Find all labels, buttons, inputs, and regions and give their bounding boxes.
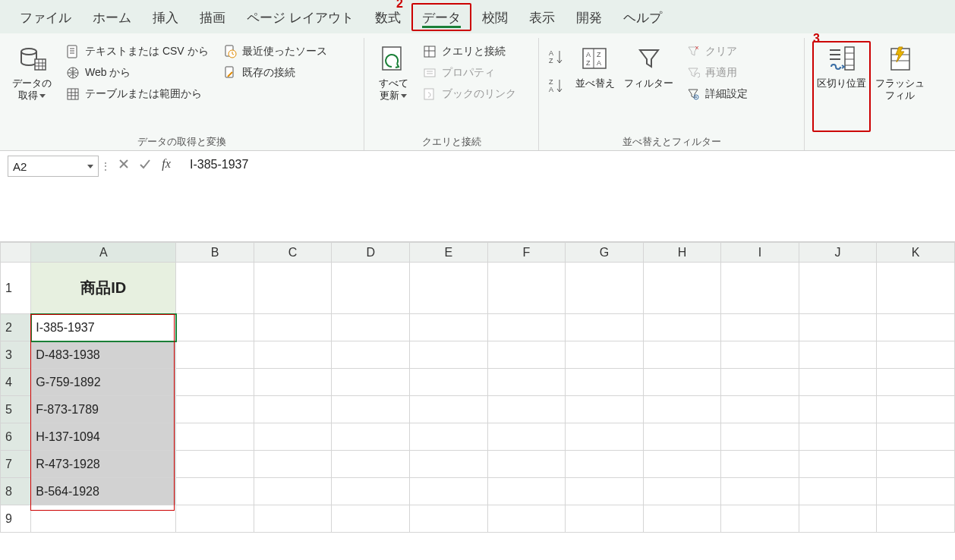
cell[interactable]	[566, 396, 644, 423]
cell[interactable]	[254, 423, 332, 451]
cell[interactable]	[799, 396, 877, 423]
filter-button[interactable]: フィルター	[619, 41, 678, 91]
row-header[interactable]: 1	[1, 263, 31, 314]
book-links-button[interactable]: ブックのリンク	[418, 83, 521, 105]
cell[interactable]	[799, 451, 877, 478]
cell[interactable]	[487, 341, 566, 369]
cell[interactable]	[877, 396, 955, 423]
from-web-button[interactable]: Web から	[61, 62, 213, 83]
cell[interactable]	[643, 478, 721, 505]
column-header[interactable]: C	[254, 243, 332, 263]
cell[interactable]	[487, 396, 566, 423]
cell[interactable]	[176, 314, 254, 341]
cell[interactable]	[409, 505, 487, 533]
cell[interactable]	[254, 314, 332, 341]
properties-button[interactable]: プロパティ	[418, 62, 521, 83]
cell[interactable]	[643, 505, 721, 533]
refresh-all-button[interactable]: すべて 更新	[372, 41, 414, 104]
column-header[interactable]: F	[487, 243, 566, 263]
cell[interactable]	[721, 505, 799, 533]
cell[interactable]	[799, 341, 877, 369]
cell[interactable]	[487, 314, 566, 341]
cell[interactable]: R-473-1928	[31, 451, 176, 478]
cell[interactable]	[332, 505, 410, 533]
cell[interactable]	[409, 341, 487, 369]
column-header[interactable]: D	[332, 243, 410, 263]
cell[interactable]	[721, 396, 799, 423]
cell[interactable]	[721, 369, 799, 396]
tab-view[interactable]: 表示	[518, 3, 566, 31]
cell[interactable]	[721, 478, 799, 505]
flash-fill-button[interactable]: フラッシュ フィル	[871, 41, 929, 104]
cancel-formula-button[interactable]	[115, 156, 132, 172]
tab-data[interactable]: データ	[411, 3, 471, 31]
tab-review[interactable]: 校閲	[471, 3, 518, 31]
cell[interactable]	[332, 314, 410, 341]
cell[interactable]	[877, 478, 955, 505]
cell[interactable]	[487, 478, 566, 505]
row-header[interactable]: 9	[1, 505, 31, 533]
cell[interactable]	[566, 423, 644, 451]
column-header[interactable]: J	[799, 243, 877, 263]
insert-function-button[interactable]: fx	[158, 156, 175, 172]
cell[interactable]	[332, 341, 410, 369]
existing-connections-button[interactable]: 既存の接続	[218, 62, 332, 83]
cell[interactable]	[487, 505, 566, 533]
cell[interactable]: B-564-1928	[31, 478, 176, 505]
cell[interactable]	[409, 314, 487, 341]
sort-asc-icon[interactable]: AZ	[547, 47, 568, 68]
column-header[interactable]: K	[877, 243, 955, 263]
tab-developer[interactable]: 開発	[566, 3, 613, 31]
cell[interactable]	[877, 369, 955, 396]
cell[interactable]: I-385-1937	[31, 314, 176, 341]
column-header[interactable]: E	[409, 243, 487, 263]
column-header[interactable]: G	[566, 243, 644, 263]
cell[interactable]	[176, 263, 254, 314]
from-table-range-button[interactable]: テーブルまたは範囲から	[61, 83, 213, 105]
cell[interactable]	[799, 314, 877, 341]
cell[interactable]	[487, 369, 566, 396]
cell[interactable]	[332, 396, 410, 423]
cell[interactable]	[643, 451, 721, 478]
cell[interactable]	[799, 263, 877, 314]
cell[interactable]	[566, 451, 644, 478]
tab-page-layout[interactable]: ページ レイアウト	[236, 3, 364, 31]
recent-sources-button[interactable]: 最近使ったソース	[218, 41, 332, 62]
cell[interactable]	[332, 263, 410, 314]
cell[interactable]: D-483-1938	[31, 341, 176, 369]
cell[interactable]	[721, 314, 799, 341]
tab-help[interactable]: ヘルプ	[613, 3, 673, 31]
cell[interactable]	[566, 314, 644, 341]
cell[interactable]	[176, 341, 254, 369]
cell[interactable]	[877, 423, 955, 451]
from-text-csv-button[interactable]: テキストまたは CSV から	[61, 41, 213, 62]
cell[interactable]	[332, 451, 410, 478]
cell[interactable]	[487, 423, 566, 451]
cell[interactable]	[799, 478, 877, 505]
cell[interactable]	[254, 478, 332, 505]
cell[interactable]	[176, 478, 254, 505]
tab-formulas[interactable]: 数式	[364, 3, 411, 31]
cell[interactable]: 商品ID	[31, 263, 176, 314]
row-header[interactable]: 7	[1, 451, 31, 478]
cell[interactable]	[176, 396, 254, 423]
cell[interactable]: G-759-1892	[31, 369, 176, 396]
cell[interactable]	[487, 263, 566, 314]
cell[interactable]	[721, 341, 799, 369]
column-header[interactable]: I	[721, 243, 799, 263]
tab-home[interactable]: ホーム	[82, 3, 142, 31]
tab-file[interactable]: ファイル	[9, 3, 82, 31]
cell[interactable]	[877, 341, 955, 369]
cell[interactable]: H-137-1094	[31, 423, 176, 451]
cell[interactable]	[332, 478, 410, 505]
cell[interactable]	[799, 505, 877, 533]
text-to-columns-button[interactable]: 区切り位置	[812, 41, 871, 132]
cell[interactable]: F-873-1789	[31, 396, 176, 423]
cell[interactable]	[566, 505, 644, 533]
row-header[interactable]: 6	[1, 423, 31, 451]
cell[interactable]	[877, 314, 955, 341]
sort-desc-icon[interactable]: ZA	[547, 76, 568, 97]
clear-filter-button[interactable]: クリア	[681, 41, 752, 62]
enter-formula-button[interactable]	[137, 156, 153, 172]
cell[interactable]	[176, 369, 254, 396]
